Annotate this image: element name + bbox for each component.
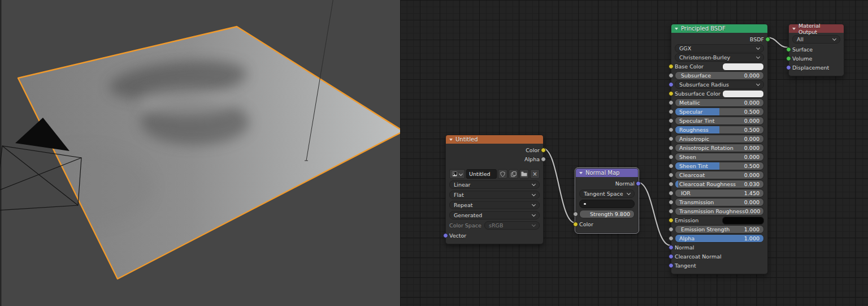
projection-dropdown[interactable]: Flat <box>449 191 540 199</box>
displacement-input-socket[interactable] <box>786 65 791 70</box>
specular-tint-slider[interactable]: Specular Tint0.000 <box>675 117 764 125</box>
roughness-input-socket[interactable] <box>669 127 674 132</box>
extension-dropdown[interactable]: Repeat <box>449 201 540 209</box>
unlink-button[interactable]: × <box>530 169 540 179</box>
param-tangent[interactable]: Tangent <box>675 262 764 269</box>
space-dropdown[interactable]: Tangent Space <box>579 189 635 198</box>
normal-output-socket[interactable] <box>636 181 641 186</box>
vector-input-socket[interactable] <box>443 233 448 238</box>
emission-strength-slider[interactable]: Emission Strength1.000 <box>675 225 764 234</box>
image-name-field[interactable]: Untitled <box>466 169 497 179</box>
uv-map-field[interactable] <box>579 200 635 208</box>
base-color-input-socket[interactable] <box>669 64 674 69</box>
sheen-tint-input-socket[interactable] <box>669 163 674 169</box>
base-color-swatch[interactable] <box>722 63 764 71</box>
subsurface-method-dropdown[interactable]: Christensen-Burley <box>675 53 764 62</box>
subsurface-radius-dropdown[interactable]: Subsurface Radius <box>675 80 764 89</box>
bsdf-output-socket[interactable] <box>765 37 770 42</box>
link-color[interactable] <box>542 148 575 223</box>
color-space-dropdown[interactable]: sRGB <box>484 221 540 230</box>
param-clearcoat-roughness[interactable]: Clearcoat Roughness0.030 <box>675 180 764 188</box>
anisotropic-rotation-slider[interactable]: Anisotropic Rotation0.000 <box>675 144 764 152</box>
node-material-output-header[interactable]: Material Output <box>789 24 844 33</box>
clearcoat-roughness-input-socket[interactable] <box>669 182 674 187</box>
param-clearcoat[interactable]: Clearcoat0.000 <box>675 171 764 179</box>
specular-slider[interactable]: Specular0.500 <box>675 107 764 116</box>
metallic-input-socket[interactable] <box>669 100 674 105</box>
alpha-slider[interactable]: Alpha1.000 <box>675 234 764 243</box>
param-emission[interactable]: Emission <box>675 217 764 224</box>
image-browse-button[interactable] <box>449 169 465 179</box>
shader-node-editor[interactable]: Untitled Color Alpha <box>400 0 868 306</box>
emission-input-socket[interactable] <box>669 218 674 223</box>
metallic-slider[interactable]: Metallic0.000 <box>675 98 764 107</box>
collapse-icon[interactable] <box>449 139 453 141</box>
sheen-input-socket[interactable] <box>669 154 674 160</box>
strength-input-socket[interactable] <box>573 212 578 217</box>
node-material-output[interactable]: Material Output All Surface Volume <box>788 24 844 76</box>
sheen-tint-slider[interactable]: Sheen Tint0.500 <box>675 162 764 170</box>
3d-viewport[interactable] <box>0 0 400 306</box>
param-specular-tint[interactable]: Specular Tint0.000 <box>675 117 764 124</box>
color-output-socket[interactable] <box>541 148 546 153</box>
param-alpha[interactable]: Alpha1.000 <box>675 235 764 242</box>
node-principled-bsdf[interactable]: Principled BSDF BSDF GGX Christensen-Bur… <box>671 24 768 274</box>
tangent-input-socket[interactable] <box>669 263 674 268</box>
surface-input-socket[interactable] <box>786 47 791 52</box>
normal-input-socket[interactable] <box>669 245 674 250</box>
transmission-slider[interactable]: Transmission0.000 <box>675 198 764 206</box>
transmission-input-socket[interactable] <box>669 200 674 205</box>
target-dropdown[interactable]: All <box>792 35 840 44</box>
param-metallic[interactable]: Metallic0.000 <box>675 99 764 106</box>
clearcoat-normal-input-socket[interactable] <box>669 254 674 259</box>
param-normal[interactable]: Normal <box>675 244 764 251</box>
param-ior[interactable]: IOR1.450 <box>675 189 764 197</box>
collapse-icon[interactable] <box>792 28 796 30</box>
param-anisotropic-rotation[interactable]: Anisotropic Rotation0.000 <box>675 144 764 152</box>
new-image-button[interactable] <box>509 169 518 179</box>
node-principled-bsdf-header[interactable]: Principled BSDF <box>671 24 767 33</box>
subsurface-radius-input-socket[interactable] <box>669 82 674 87</box>
emission-swatch[interactable] <box>722 217 764 225</box>
param-anisotropic[interactable]: Anisotropic0.000 <box>675 135 764 143</box>
param-transmission[interactable]: Transmission0.000 <box>675 199 764 206</box>
subsurface-color-input-socket[interactable] <box>669 91 674 96</box>
open-image-button[interactable] <box>519 169 529 179</box>
subsurface-color-swatch[interactable] <box>722 90 764 98</box>
roughness-slider[interactable]: Roughness0.500 <box>675 126 764 134</box>
color-input-socket[interactable] <box>573 222 578 227</box>
transmission-roughness-slider[interactable]: Transmission Roughness0.000 <box>675 207 764 216</box>
node-image-texture-header[interactable]: Untitled <box>446 135 543 144</box>
link-normal[interactable] <box>637 182 671 245</box>
emission-strength-input-socket[interactable] <box>669 227 674 232</box>
param-subsurface[interactable]: Subsurface0.000 <box>675 72 764 79</box>
subsurface-input-socket[interactable] <box>669 73 674 78</box>
ior-input-socket[interactable] <box>669 191 674 196</box>
node-normal-map[interactable]: Normal Map Normal Tangent Space <box>575 168 639 233</box>
anisotropic-input-socket[interactable] <box>669 136 674 141</box>
collapse-icon[interactable] <box>675 28 678 30</box>
specular-input-socket[interactable] <box>669 109 674 114</box>
clearcoat-roughness-slider[interactable]: Clearcoat Roughness0.030 <box>675 180 764 188</box>
param-sheen-tint[interactable]: Sheen Tint0.500 <box>675 162 764 170</box>
collapse-icon[interactable] <box>579 172 583 174</box>
param-clearcoat-normal[interactable]: Clearcoat Normal <box>675 253 764 260</box>
distribution-dropdown[interactable]: GGX <box>675 44 764 53</box>
clearcoat-input-socket[interactable] <box>669 173 674 178</box>
sheen-slider[interactable]: Sheen0.000 <box>675 153 764 161</box>
alpha-input-socket[interactable] <box>669 236 674 241</box>
interpolation-dropdown[interactable]: Linear <box>449 180 540 189</box>
param-roughness[interactable]: Roughness0.500 <box>675 126 764 133</box>
anisotropic-rotation-input-socket[interactable] <box>669 145 674 150</box>
param-transmission-roughness[interactable]: Transmission Roughness0.000 <box>675 208 764 215</box>
alpha-output-socket[interactable] <box>541 157 546 162</box>
clearcoat-slider[interactable]: Clearcoat0.000 <box>675 171 764 179</box>
param-subsurface-radius[interactable]: Subsurface Radius <box>675 81 764 88</box>
transmission-roughness-input-socket[interactable] <box>669 209 674 214</box>
ior-slider[interactable]: IOR1.450 <box>675 189 764 197</box>
param-base-color[interactable]: Base Color <box>675 63 764 70</box>
anisotropic-slider[interactable]: Anisotropic0.000 <box>675 135 764 143</box>
node-normal-map-header[interactable]: Normal Map <box>576 169 638 177</box>
specular-tint-input-socket[interactable] <box>669 118 674 123</box>
volume-input-socket[interactable] <box>786 56 791 61</box>
